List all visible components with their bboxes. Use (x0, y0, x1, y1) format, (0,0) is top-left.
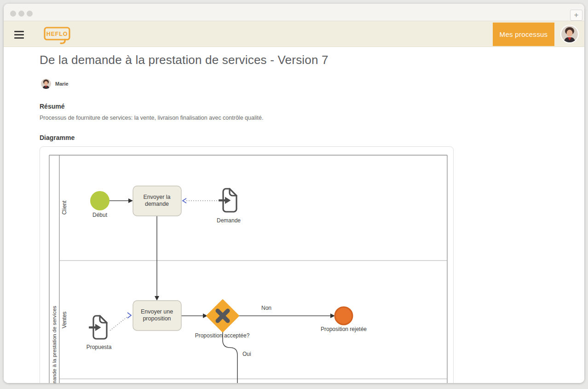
new-tab-button[interactable]: + (570, 10, 582, 21)
data-object-demande-label: Demande (217, 217, 241, 224)
browser-chrome: + (4, 4, 584, 21)
author-avatar (41, 79, 51, 89)
window-zoom-button[interactable] (27, 11, 33, 17)
window-close-button[interactable] (10, 11, 16, 17)
summary-heading: Résumé (40, 103, 64, 110)
task2-label-line1: Envoyer une (141, 308, 173, 315)
diagram-heading: Diagramme (40, 134, 75, 141)
page-title: De la demande à la prestation de service… (40, 53, 329, 67)
data-object-propuesta-label: Propuesta (86, 344, 112, 350)
heflo-logo[interactable]: HEFLO (43, 26, 72, 48)
flow-arrowheads (128, 198, 335, 318)
gateway-label: Proposition acceptée? (195, 332, 250, 339)
lane-label-ventes: Ventes (61, 312, 68, 329)
task-envoyer-la-demande: Envoyer la demande (133, 186, 181, 216)
window-controls (10, 11, 33, 17)
heflo-logo-text: HEFLO (46, 31, 68, 37)
start-event (90, 191, 110, 210)
start-event-label: Début (92, 212, 108, 218)
end-event-label: Proposition rejetée (321, 326, 367, 332)
exclusive-gateway (208, 301, 238, 331)
diagram-card: De la demande à la prestation de service… (40, 146, 454, 383)
page-content: De la demande à la prestation de service… (4, 47, 584, 383)
mes-processus-button[interactable]: Mes processus (493, 23, 554, 46)
pool-label: De la demande à la prestation de service… (52, 306, 57, 383)
user-avatar[interactable] (561, 26, 578, 42)
task1-label-line1: Envoyer la (143, 194, 170, 200)
task-envoyer-une-proposition: Envoyer une proposition (133, 301, 181, 331)
sequence-flows (110, 201, 330, 383)
hamburger-menu-icon[interactable] (14, 31, 24, 39)
data-object-propuesta-icon (89, 316, 107, 339)
browser-window: + HEFLO Mes processus De la demande à la… (4, 4, 584, 383)
author-row: Marie (41, 79, 69, 89)
author-name: Marie (55, 81, 69, 87)
bpmn-diagram: De la demande à la prestation de service… (40, 147, 453, 383)
summary-text: Processus de fourniture de services: la … (40, 115, 263, 121)
data-object-demande-icon (219, 189, 236, 212)
flow-label-oui: Oui (242, 351, 251, 357)
lane-label-client: Client (61, 200, 68, 215)
flow-label-non: Non (261, 305, 271, 311)
app-header: HEFLO Mes processus (4, 21, 584, 47)
window-minimize-button[interactable] (18, 11, 24, 17)
task2-label-line2: proposition (143, 315, 171, 322)
task1-label-line2: demande (145, 201, 169, 207)
lane-dividers (59, 261, 447, 379)
